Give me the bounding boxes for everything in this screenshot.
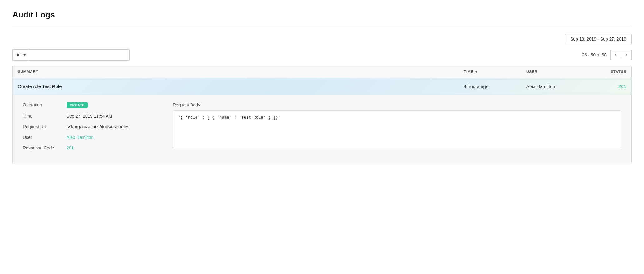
pagination-next-button[interactable]: › <box>622 50 632 60</box>
column-time[interactable]: TIME ▼ <box>464 70 526 74</box>
request-body-label: Request Body <box>173 102 621 107</box>
detail-user-label: User <box>23 135 67 140</box>
audit-log-table: SUMMARY TIME ▼ USER STATUS Create role T… <box>12 66 632 164</box>
pagination: 26 - 50 of 58 ‹ › <box>582 50 632 60</box>
date-range-button[interactable]: Sep 13, 2019 - Sep 27, 2019 <box>565 34 632 44</box>
row-status: 201 <box>589 84 626 89</box>
pagination-info: 26 - 50 of 58 <box>582 52 607 57</box>
detail-left: Operation CREATE Time Sep 27, 2019 11:54… <box>23 102 154 156</box>
detail-operation-row: Operation CREATE <box>23 102 154 108</box>
search-input[interactable] <box>30 49 130 61</box>
chevron-left-icon: ‹ <box>614 52 616 58</box>
detail-time-row: Time Sep 27, 2019 11:54 AM <box>23 114 154 119</box>
request-body-box: '{ 'role' : [ { 'name' : 'Test Role' } ]… <box>173 110 621 148</box>
detail-user-row: User Alex Hamilton <box>23 135 154 140</box>
column-user: USER <box>526 70 589 74</box>
detail-response-value: 201 <box>67 145 74 150</box>
row-user: Alex Hamilton <box>526 84 589 89</box>
table-row[interactable]: Create role Test Role 4 hours ago Alex H… <box>13 78 631 95</box>
detail-operation-label: Operation <box>23 102 67 107</box>
detail-panel: Operation CREATE Time Sep 27, 2019 11:54… <box>13 95 631 164</box>
detail-uri-label: Request URI <box>23 124 67 129</box>
detail-response-row: Response Code 201 <box>23 145 154 150</box>
detail-uri-row: Request URI /v1/organizations/docs/userr… <box>23 124 154 129</box>
detail-user-value[interactable]: Alex Hamilton <box>67 135 93 140</box>
divider <box>12 27 632 27</box>
sort-arrow-icon: ▼ <box>475 70 478 74</box>
detail-response-label: Response Code <box>23 145 67 150</box>
chevron-down-icon <box>23 54 26 56</box>
detail-time-value: Sep 27, 2019 11:54 AM <box>67 114 112 119</box>
table-header: SUMMARY TIME ▼ USER STATUS <box>13 66 631 78</box>
all-label: All <box>17 52 22 57</box>
create-badge: CREATE <box>67 102 88 108</box>
pagination-prev-button[interactable]: ‹ <box>610 50 620 60</box>
column-summary: SUMMARY <box>18 70 464 74</box>
row-summary: Create role Test Role <box>18 84 464 89</box>
chevron-right-icon: › <box>626 52 627 58</box>
column-status: STATUS <box>589 70 626 74</box>
page-title: Audit Logs <box>12 10 632 20</box>
filter-row: All 26 - 50 of 58 ‹ › <box>12 49 632 61</box>
all-dropdown[interactable]: All <box>12 49 30 61</box>
detail-uri-value: /v1/organizations/docs/userroles <box>67 124 129 129</box>
detail-time-label: Time <box>23 114 67 119</box>
row-time: 4 hours ago <box>464 84 526 89</box>
filter-left: All <box>12 49 130 61</box>
detail-right: Request Body '{ 'role' : [ { 'name' : 'T… <box>173 102 621 156</box>
toolbar: Sep 13, 2019 - Sep 27, 2019 <box>12 34 632 44</box>
